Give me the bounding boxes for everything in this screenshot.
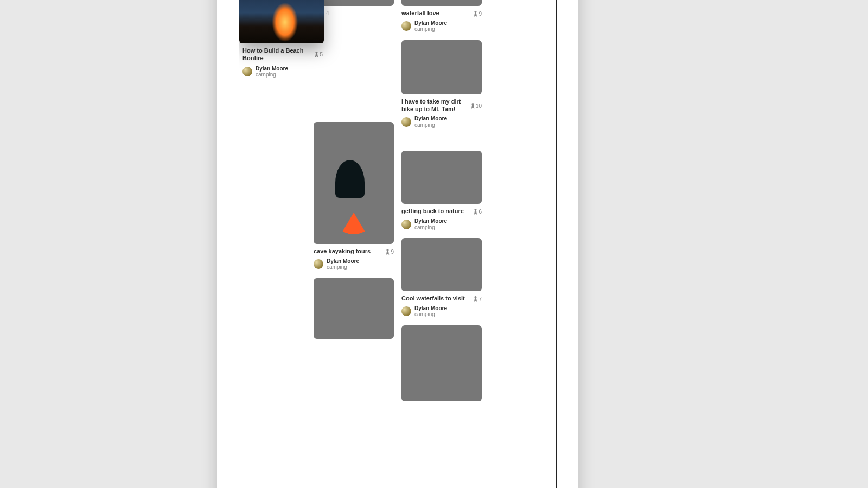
pin-card[interactable] xyxy=(314,0,394,6)
pin-author: Dylan Moore xyxy=(414,305,447,312)
drop-placeholder xyxy=(314,14,394,68)
pin-author: Dylan Moore xyxy=(414,218,447,224)
grid-column-left: cave kayaking tours 9 xyxy=(314,0,394,401)
pin-repin-value: 10 xyxy=(476,103,482,109)
pin-meta: getting back to nature 6 xyxy=(401,204,482,215)
pin-title: How to Build a Beach Bonfire xyxy=(242,47,311,62)
pin-card[interactable]: waterfall love 9 xyxy=(401,0,482,33)
repin-icon xyxy=(386,249,390,255)
repin-icon xyxy=(474,209,477,215)
pin-grid: 4 xyxy=(250,0,545,401)
pin-author: Dylan Moore xyxy=(414,115,447,122)
pin-meta: I have to take my dirt bike up to Mt. Ta… xyxy=(401,94,482,113)
pin-image[interactable] xyxy=(314,278,394,339)
pin-author: Dylan Moore xyxy=(414,20,447,27)
pin-repin-count: 9 xyxy=(474,10,482,17)
pin-image[interactable] xyxy=(314,0,394,6)
pin-attribution[interactable]: Dylan Moore camping xyxy=(401,20,482,33)
pin-repin-count: 9 xyxy=(386,248,394,255)
dragging-pin-card[interactable] xyxy=(239,0,324,43)
avatar xyxy=(401,117,411,127)
pin-author: Dylan Moore xyxy=(327,258,359,265)
avatar xyxy=(242,67,252,76)
pin-image[interactable] xyxy=(401,0,482,6)
repin-icon xyxy=(471,103,475,109)
pin-image[interactable] xyxy=(401,40,482,94)
pin-board: camping xyxy=(414,224,447,231)
dragging-pin-meta: How to Build a Beach Bonfire 5 Dylan Moo… xyxy=(242,47,323,78)
pin-repin-value: 6 xyxy=(478,209,482,215)
column-gap xyxy=(401,136,482,143)
pin-image[interactable] xyxy=(401,325,482,401)
avatar xyxy=(314,259,323,269)
pin-title: getting back to nature xyxy=(401,208,470,215)
pin-image[interactable] xyxy=(239,0,324,43)
pin-meta: waterfall love 9 xyxy=(401,6,482,17)
pin-card[interactable] xyxy=(314,278,394,339)
pin-repin-count: 6 xyxy=(474,208,482,215)
hidden-pin-repin-count: 4 xyxy=(326,10,329,16)
pin-meta: Cool waterfalls to visit 7 xyxy=(401,291,482,303)
pin-repin-value: 7 xyxy=(478,296,482,302)
pin-repin-count: 5 xyxy=(315,47,323,62)
pin-card[interactable]: Cool waterfalls to visit 7 xyxy=(401,238,482,318)
pin-image[interactable] xyxy=(401,151,482,204)
pin-card[interactable]: cave kayaking tours 9 xyxy=(314,122,394,271)
grid-column-right: waterfall love 9 xyxy=(401,0,482,401)
avatar xyxy=(401,220,411,229)
pin-attribution[interactable]: Dylan Moore camping xyxy=(401,115,482,128)
avatar xyxy=(401,306,411,316)
repin-icon xyxy=(474,296,477,302)
tablet-screen: Add section 4 xyxy=(239,0,557,488)
board-scroll-view[interactable]: Add section 4 xyxy=(239,0,556,423)
pin-attribution[interactable]: Dylan Moore camping xyxy=(401,305,482,318)
pin-repin-value: 9 xyxy=(391,249,394,255)
pin-meta: cave kayaking tours 9 xyxy=(314,244,394,255)
pin-repin-value: 9 xyxy=(478,11,482,17)
pin-card[interactable]: getting back to nature 6 xyxy=(401,151,482,230)
pin-board: camping xyxy=(327,264,359,271)
pin-author: Dylan Moore xyxy=(256,66,288,72)
pin-board: camping xyxy=(414,122,447,129)
avatar xyxy=(401,21,411,31)
pin-repin-value: 5 xyxy=(320,52,323,57)
pin-board: camping xyxy=(414,26,447,33)
pin-title: cave kayaking tours xyxy=(314,248,382,255)
repin-icon xyxy=(474,11,477,17)
tablet-frame: Add section 4 xyxy=(217,0,578,488)
pin-title: Cool waterfalls to visit xyxy=(401,295,470,303)
pin-board: camping xyxy=(256,72,288,78)
pin-image[interactable] xyxy=(314,122,394,244)
pin-board: camping xyxy=(414,311,447,318)
pin-title: I have to take my dirt bike up to Mt. Ta… xyxy=(401,98,468,113)
pin-attribution[interactable]: Dylan Moore camping xyxy=(314,258,394,271)
pin-attribution[interactable]: Dylan Moore camping xyxy=(242,66,323,78)
column-gap xyxy=(314,75,394,114)
pin-card[interactable]: I have to take my dirt bike up to Mt. Ta… xyxy=(401,40,482,129)
pin-card[interactable] xyxy=(401,325,482,401)
pin-image[interactable] xyxy=(401,238,482,291)
pin-title: waterfall love xyxy=(401,10,470,17)
pin-attribution[interactable]: Dylan Moore camping xyxy=(401,218,482,230)
tablet-bezel: Add section 4 xyxy=(231,0,564,488)
pin-repin-count: 10 xyxy=(471,98,482,113)
pin-repin-count: 7 xyxy=(474,295,482,303)
repin-icon xyxy=(315,52,318,57)
